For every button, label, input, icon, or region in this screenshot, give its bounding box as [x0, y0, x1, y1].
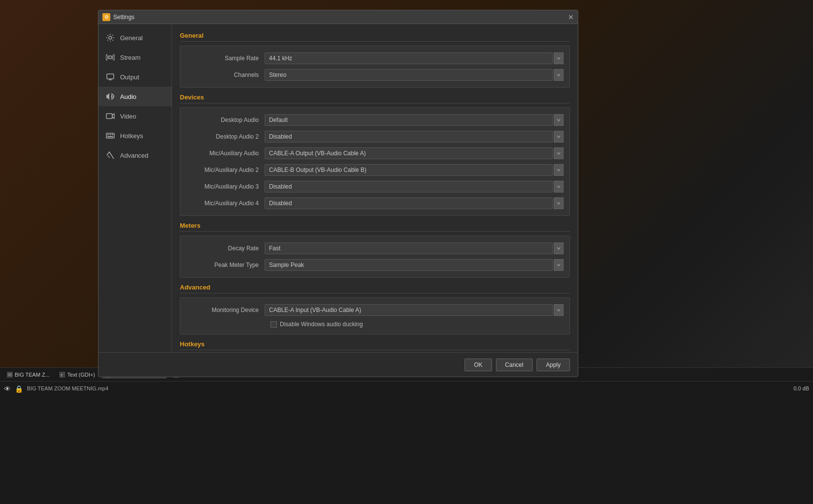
- section-advanced-title: Advanced: [180, 284, 570, 293]
- mic-aux2-wrapper: CABLE-B Output (VB-Audio Cable B): [265, 164, 564, 176]
- channels-wrapper: Stereo: [265, 69, 564, 81]
- ok-button[interactable]: OK: [465, 359, 492, 371]
- channels-row: Channels Stereo: [186, 67, 564, 83]
- svg-rect-2: [107, 74, 114, 79]
- sidebar-item-stream[interactable]: Stream: [99, 48, 172, 67]
- section-general-body: Sample Rate 44.1 kHz Channels Stereo: [180, 46, 570, 88]
- svg-text:T: T: [60, 373, 63, 378]
- disable-ducking-checkbox[interactable]: [271, 321, 277, 328]
- eye-icon[interactable]: 👁: [4, 385, 11, 393]
- decay-rate-label: Decay Rate: [186, 245, 265, 252]
- mic-aux-label: Mic/Auxiliary Audio: [186, 150, 265, 157]
- desktop-audio2-dropdown[interactable]: Disabled: [265, 131, 553, 143]
- mic-aux4-dropdown[interactable]: Disabled: [265, 197, 553, 209]
- section-meters-title: Meters: [180, 222, 570, 232]
- bottom-bar: OK Cancel Apply: [99, 352, 578, 377]
- apply-button[interactable]: Apply: [537, 359, 570, 371]
- peak-meter-label: Peak Meter Type: [186, 262, 265, 268]
- sidebar-label-stream: Stream: [120, 54, 141, 61]
- scene-label-text: Text (GDI+): [67, 372, 95, 378]
- channels-dropdown[interactable]: Stereo: [265, 69, 553, 81]
- desktop-audio-arrow[interactable]: [554, 114, 564, 126]
- window-icon: ⚙: [102, 13, 110, 21]
- sidebar-label-advanced: Advanced: [120, 152, 148, 159]
- advanced-icon: [105, 150, 115, 160]
- monitoring-device-arrow[interactable]: [554, 304, 564, 316]
- sidebar-item-audio[interactable]: Audio: [99, 87, 172, 106]
- section-devices: Devices Desktop Audio Default Desktop Au…: [180, 94, 570, 216]
- sidebar-item-hotkeys[interactable]: Hotkeys: [99, 126, 172, 145]
- svg-rect-5: [107, 134, 109, 135]
- window-title: Settings: [113, 14, 134, 21]
- mic-aux4-arrow[interactable]: [554, 197, 564, 209]
- desktop-audio2-row: Desktop Audio 2 Disabled: [186, 128, 564, 145]
- desktop-audio2-arrow[interactable]: [554, 131, 564, 143]
- channels-arrow[interactable]: [554, 69, 564, 81]
- svg-point-0: [109, 36, 112, 39]
- mic-aux2-row: Mic/Auxiliary Audio 2 CABLE-B Output (VB…: [186, 162, 564, 178]
- desktop-audio-wrapper: Default: [265, 114, 564, 126]
- desktop-audio2-wrapper: Disabled: [265, 131, 564, 143]
- peak-meter-dropdown[interactable]: Sample Peak: [265, 259, 553, 271]
- desktop-audio-label: Desktop Audio: [186, 117, 265, 123]
- audio-db: 0.0 dB: [793, 385, 809, 391]
- monitoring-device-row: Monitoring Device CABLE-A Input (VB-Audi…: [186, 302, 564, 318]
- general-icon: [105, 33, 115, 43]
- svg-rect-4: [106, 133, 114, 138]
- monitoring-device-dropdown[interactable]: CABLE-A Input (VB-Audio Cable A): [265, 304, 553, 316]
- mic-aux4-row: Mic/Auxiliary Audio 4 Disabled: [186, 195, 564, 212]
- sidebar-label-hotkeys: Hotkeys: [120, 132, 143, 140]
- cancel-button[interactable]: Cancel: [496, 359, 533, 371]
- decay-rate-arrow[interactable]: [554, 242, 564, 254]
- sample-rate-arrow[interactable]: [554, 52, 564, 64]
- sidebar-label-general: General: [120, 34, 143, 42]
- section-hotkeys-title: Hotkeys: [180, 340, 570, 350]
- mic-aux2-arrow[interactable]: [554, 164, 564, 176]
- section-advanced: Advanced Monitoring Device CABLE-A Input…: [180, 284, 570, 335]
- mic-aux-arrow[interactable]: [554, 147, 564, 159]
- mic-aux3-wrapper: Disabled: [265, 181, 564, 192]
- decay-rate-wrapper: Fast: [265, 242, 564, 254]
- scene-item-bigteam[interactable]: BIG TEAM Z...: [4, 371, 52, 379]
- sample-rate-dropdown[interactable]: 44.1 kHz: [265, 52, 553, 64]
- peak-meter-wrapper: Sample Peak: [265, 259, 564, 271]
- taskbar-area: BIG TEAM Z... T Text (GDI+) 20X - Scene …: [0, 367, 813, 504]
- mic-aux-dropdown[interactable]: CABLE-A Output (VB-Audio Cable A): [265, 147, 553, 159]
- section-meters: Meters Decay Rate Fast Peak Meter Type: [180, 222, 570, 278]
- mic-aux-row: Mic/Auxiliary Audio CABLE-A Output (VB-A…: [186, 145, 564, 162]
- mic-aux2-label: Mic/Auxiliary Audio 2: [186, 167, 265, 173]
- sidebar-label-audio: Audio: [120, 93, 136, 100]
- svg-rect-6: [110, 134, 111, 135]
- sidebar-item-video[interactable]: Video: [99, 106, 172, 126]
- sidebar-item-general[interactable]: General: [99, 28, 172, 48]
- mic-aux3-label: Mic/Auxiliary Audio 3: [186, 183, 265, 190]
- svg-rect-3: [106, 114, 112, 119]
- main-content: General Sample Rate 44.1 kHz Channels: [172, 24, 578, 377]
- stream-icon: [105, 52, 115, 62]
- section-meters-body: Decay Rate Fast Peak Meter Type Sample P…: [180, 236, 570, 278]
- sidebar-item-advanced[interactable]: Advanced: [99, 145, 172, 165]
- decay-rate-dropdown[interactable]: Fast: [265, 242, 553, 254]
- mic-aux4-wrapper: Disabled: [265, 197, 564, 209]
- mic-aux3-arrow[interactable]: [554, 181, 564, 192]
- disable-ducking-label: Disable Windows audio ducking: [280, 321, 363, 328]
- lock-icon[interactable]: 🔒: [15, 385, 23, 393]
- channels-label: Channels: [186, 72, 265, 78]
- section-devices-title: Devices: [180, 94, 570, 103]
- mic-aux2-dropdown[interactable]: CABLE-B Output (VB-Audio Cable B): [265, 164, 553, 176]
- section-general: General Sample Rate 44.1 kHz Channels: [180, 32, 570, 88]
- mic-aux4-label: Mic/Auxiliary Audio 4: [186, 200, 265, 207]
- peak-meter-arrow[interactable]: [554, 259, 564, 271]
- video-icon: [105, 111, 115, 121]
- close-button[interactable]: ✕: [568, 13, 574, 21]
- desktop-audio-dropdown[interactable]: Default: [265, 114, 553, 126]
- taskbar-row2: 👁 🔒 BIG TEAM ZOOM MEETNIG.mp4 0.0 dB: [0, 382, 813, 396]
- scene-item-text[interactable]: T Text (GDI+): [56, 371, 98, 379]
- sidebar-item-output[interactable]: Output: [99, 67, 172, 87]
- scene-label-bigteam: BIG TEAM Z...: [15, 372, 49, 378]
- section-devices-body: Desktop Audio Default Desktop Audio 2 Di…: [180, 107, 570, 216]
- hotkeys-icon: [105, 131, 115, 141]
- svg-rect-7: [112, 134, 113, 135]
- mic-aux3-dropdown[interactable]: Disabled: [265, 181, 553, 192]
- sample-rate-label: Sample Rate: [186, 55, 265, 62]
